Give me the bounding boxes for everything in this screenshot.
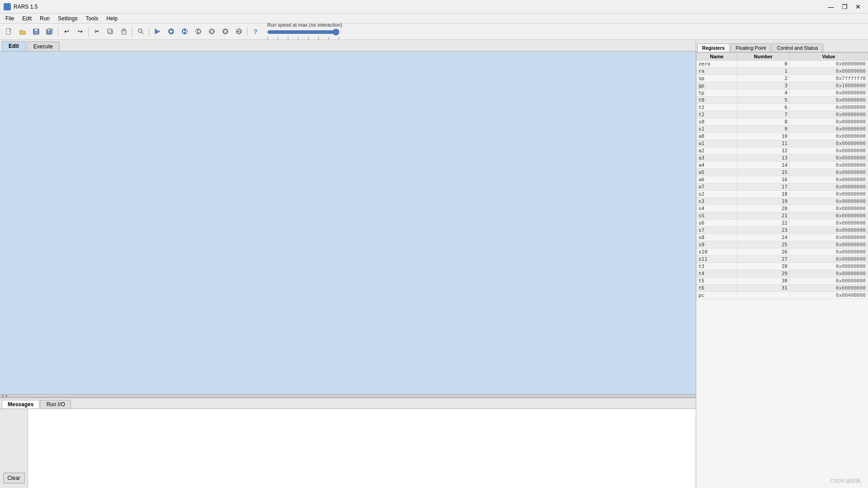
close-button[interactable]: ✕ xyxy=(852,2,864,12)
register-number: 9 xyxy=(737,126,789,133)
register-value: 0x00000000 xyxy=(789,155,868,162)
svg-rect-11 xyxy=(108,29,112,33)
table-row: a0100x00000000 xyxy=(697,133,868,140)
register-number: 29 xyxy=(737,270,789,277)
tab-control-status[interactable]: Control and Status xyxy=(772,43,823,52)
tab-registers[interactable]: Registers xyxy=(697,43,730,52)
open-button[interactable] xyxy=(16,26,29,38)
table-row: tp40x00000000 xyxy=(697,89,868,97)
register-value: 0x00000000 xyxy=(789,183,868,191)
register-name: s3 xyxy=(697,198,737,205)
register-number: 3 xyxy=(737,82,789,89)
tab-run-io[interactable]: Run I/O xyxy=(40,400,71,408)
menu-item-run[interactable]: Run xyxy=(36,14,53,23)
register-name: a5 xyxy=(697,169,737,176)
register-number: 20 xyxy=(737,205,789,212)
run-button[interactable] xyxy=(165,26,177,38)
table-row: t4290x00000000 xyxy=(697,270,868,277)
register-name: t3 xyxy=(697,263,737,270)
register-name: s4 xyxy=(697,205,737,212)
backstep-button[interactable] xyxy=(192,26,204,38)
speed-control: Run speed at max (no interaction) ||||||… xyxy=(267,22,342,41)
copy-button[interactable] xyxy=(104,26,117,38)
register-value: 0x00000000 xyxy=(789,104,868,111)
paste-button[interactable] xyxy=(118,26,130,38)
register-value: 0x00000000 xyxy=(789,270,868,277)
tab-floating-point[interactable]: Floating Point xyxy=(731,43,771,52)
register-name: gp xyxy=(697,82,737,89)
console-content[interactable] xyxy=(28,409,696,488)
register-name: s8 xyxy=(697,234,737,241)
register-name: s5 xyxy=(697,212,737,220)
pause-button[interactable] xyxy=(205,26,218,38)
register-value: 0x00000000 xyxy=(789,241,868,249)
table-row: s10260x00000000 xyxy=(697,249,868,256)
clear-button[interactable]: Clear xyxy=(3,473,25,483)
table-row: s3190x00000000 xyxy=(697,198,868,205)
register-name: t0 xyxy=(697,97,737,104)
register-number: 23 xyxy=(737,227,789,234)
register-number: 22 xyxy=(737,220,789,227)
register-number: 10 xyxy=(737,133,789,140)
table-row: s4200x00000000 xyxy=(697,205,868,212)
redo-button[interactable]: ↪ xyxy=(74,26,86,38)
undo-button[interactable]: ↩ xyxy=(60,26,73,38)
save-all-button[interactable] xyxy=(43,26,56,38)
tab-messages[interactable]: Messages xyxy=(2,400,39,408)
menu-item-help[interactable]: Help xyxy=(103,14,121,23)
stop-button[interactable] xyxy=(219,26,231,38)
register-value: 0x00000000 xyxy=(789,285,868,292)
restore-button[interactable]: ❐ xyxy=(838,2,851,12)
table-row: ra10x00000000 xyxy=(697,68,868,75)
menu-item-file[interactable]: File xyxy=(2,14,18,23)
register-number: 2 xyxy=(737,75,789,82)
register-name: s6 xyxy=(697,220,737,227)
register-number: 21 xyxy=(737,212,789,220)
register-name: t6 xyxy=(697,285,737,292)
svg-rect-25 xyxy=(196,30,197,33)
register-name: a1 xyxy=(697,140,737,147)
register-number: 8 xyxy=(737,118,789,126)
table-row: s8240x00000000 xyxy=(697,234,868,241)
reset-button[interactable] xyxy=(232,26,245,38)
tab-execute[interactable]: Execute xyxy=(27,42,60,51)
table-row: gp30x10000000 xyxy=(697,82,868,89)
menu-item-edit[interactable]: Edit xyxy=(19,14,35,23)
svg-rect-27 xyxy=(211,30,212,33)
table-row: s2180x00000000 xyxy=(697,191,868,198)
minimize-button[interactable]: — xyxy=(825,2,837,12)
register-name: t2 xyxy=(697,111,737,118)
register-name: a2 xyxy=(697,147,737,155)
table-row: s5210x00000000 xyxy=(697,212,868,220)
svg-point-31 xyxy=(236,29,241,34)
step-button[interactable] xyxy=(178,26,191,38)
toolbar-sep-3 xyxy=(132,27,132,36)
register-value: 0x00000000 xyxy=(789,263,868,270)
svg-rect-22 xyxy=(186,30,187,33)
register-number: 11 xyxy=(737,140,789,147)
table-row: s7230x00000000 xyxy=(697,227,868,234)
vsplitter[interactable] xyxy=(0,394,696,398)
new-button[interactable] xyxy=(3,26,15,38)
save-button[interactable] xyxy=(30,26,42,38)
menu-item-settings[interactable]: Settings xyxy=(54,14,81,23)
register-value: 0x00000000 xyxy=(789,234,868,241)
register-name: tp xyxy=(697,89,737,97)
register-number: 5 xyxy=(737,97,789,104)
register-value: 0x00000000 xyxy=(789,256,868,263)
register-name: t4 xyxy=(697,270,737,277)
register-name: a0 xyxy=(697,133,737,140)
register-value: 0x00000000 xyxy=(789,162,868,169)
register-name: pc xyxy=(697,292,737,299)
table-row: sp20x7ffffff0 xyxy=(697,75,868,82)
find-button[interactable] xyxy=(134,26,147,38)
cut-button[interactable]: ✂ xyxy=(90,26,103,38)
help-button[interactable]: ? xyxy=(249,26,262,38)
register-value: 0x00000000 xyxy=(789,212,868,220)
assemble-button[interactable] xyxy=(151,26,164,38)
menu-item-tools[interactable]: Tools xyxy=(82,14,102,23)
tab-edit[interactable]: Edit xyxy=(2,41,26,51)
register-number: 19 xyxy=(737,198,789,205)
editor-area[interactable] xyxy=(0,52,696,394)
speed-slider[interactable] xyxy=(267,28,340,36)
